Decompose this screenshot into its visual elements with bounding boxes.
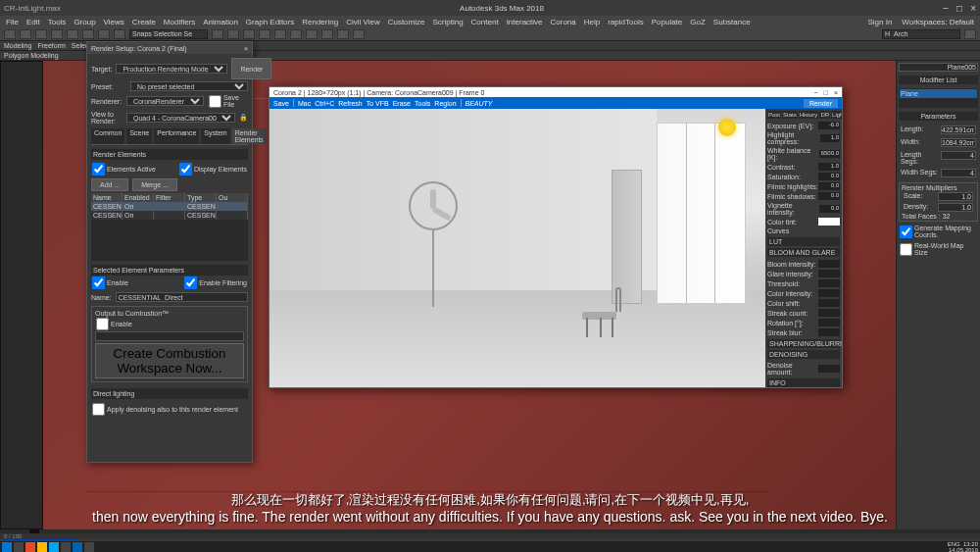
menu-modifiers[interactable]: Modifiers <box>164 18 195 26</box>
taskbar-icon[interactable] <box>61 542 71 552</box>
tab-scene[interactable]: Scene <box>126 128 152 144</box>
renderer-select[interactable]: CoronaRenderer <box>126 96 204 106</box>
scale-input[interactable] <box>938 192 973 201</box>
combustion-path-input[interactable] <box>95 331 244 341</box>
unlink-icon[interactable] <box>51 29 63 39</box>
vfb-tools-button[interactable]: Tools <box>415 100 430 107</box>
vfb-tab-lightmix[interactable]: LightMix <box>831 111 842 119</box>
scale-icon[interactable] <box>114 29 125 39</box>
color-tint-swatch[interactable] <box>818 218 840 226</box>
vfb-tab-stats[interactable]: Stats <box>782 111 798 119</box>
layer-icon[interactable] <box>290 29 302 39</box>
real-world-checkbox[interactable] <box>900 243 912 256</box>
render-icon[interactable] <box>353 29 365 39</box>
redo-icon[interactable] <box>20 29 31 39</box>
render-button[interactable]: Render <box>231 58 271 79</box>
cortana-icon[interactable] <box>14 542 24 552</box>
vfb-copy-button[interactable]: Ctrl+C <box>315 100 334 107</box>
render-setup-close-icon[interactable]: × <box>244 45 248 52</box>
filmic-hl-input[interactable]: 0.0 <box>818 182 840 190</box>
lock-view-icon[interactable]: 🔒 <box>239 114 248 122</box>
vfb-mac-button[interactable]: Mac <box>298 100 311 107</box>
table-row[interactable]: CESSENTIAL_Dir... On CESSENTIAL_... <box>91 202 248 211</box>
length-input[interactable] <box>941 125 976 134</box>
signin-button[interactable]: Sign In <box>867 18 892 26</box>
move-icon[interactable] <box>82 29 94 39</box>
stack-item-plane[interactable]: Plane <box>900 89 977 98</box>
menu-help[interactable]: Help <box>584 18 600 26</box>
preset-select[interactable]: No preset selected <box>130 81 248 91</box>
table-row[interactable]: CESSENTIAL_In... On CESSENTIAL_... <box>91 211 248 220</box>
menu-rendering[interactable]: Rendering <box>302 18 338 26</box>
add-element-button[interactable]: Add ... <box>91 178 128 191</box>
width-segs-input[interactable] <box>941 169 976 177</box>
explorer-icon[interactable] <box>37 542 47 552</box>
minimize-icon[interactable]: − <box>943 3 949 14</box>
file-tab[interactable]: CR-IntLight.max <box>4 4 61 13</box>
enable-element-checkbox[interactable] <box>92 276 105 289</box>
create-combustion-button[interactable]: Create Combustion Workspace Now... <box>95 343 244 378</box>
taskbar-icon[interactable] <box>84 542 94 552</box>
whitebalance-input[interactable]: 6500.0 <box>819 150 840 158</box>
target-select[interactable]: Production Rendering Mode <box>116 64 227 74</box>
menu-substance[interactable]: Substance <box>713 18 751 26</box>
gen-mapping-checkbox[interactable] <box>900 226 912 238</box>
menu-customize[interactable]: Customize <box>388 18 425 26</box>
menu-civilview[interactable]: Civil View <box>346 18 380 26</box>
menu-file[interactable]: File <box>6 18 19 26</box>
vfb-tovfb-button[interactable]: To VFB <box>367 100 389 107</box>
select-icon[interactable] <box>67 29 78 39</box>
contrast-input[interactable]: 1.0 <box>818 163 840 171</box>
snap-icon[interactable] <box>212 29 223 39</box>
denoise-amount-input[interactable] <box>818 365 840 373</box>
3dsmax-icon[interactable] <box>73 542 82 552</box>
vfb-close-icon[interactable]: × <box>834 89 838 96</box>
vfb-tab-post[interactable]: Post <box>767 111 781 119</box>
vfb-tab-history[interactable]: History <box>799 111 819 119</box>
mirror-icon[interactable] <box>274 29 286 39</box>
lut-section[interactable]: LUT <box>767 237 840 246</box>
width-input[interactable] <box>941 138 976 147</box>
menu-animation[interactable]: Animation <box>203 18 238 26</box>
workspaces-label[interactable]: Workspaces: Default <box>902 18 974 26</box>
curves-label[interactable]: Curves <box>767 227 789 234</box>
vfb-refresh-button[interactable]: Refresh <box>338 100 363 107</box>
vignette-input[interactable]: 0.0 <box>819 205 840 213</box>
apply-denoise-checkbox[interactable] <box>92 403 105 416</box>
saturation-input[interactable]: 0.0 <box>818 173 840 180</box>
curve-editor-icon[interactable] <box>306 29 318 39</box>
highlight-input[interactable]: 1.0 <box>820 134 840 142</box>
menu-tools[interactable]: Tools <box>48 18 67 26</box>
tab-render-elements[interactable]: Render Elements <box>232 128 267 144</box>
length-segs-input[interactable] <box>941 151 976 160</box>
undo-icon[interactable] <box>4 29 16 39</box>
render-setup-icon[interactable] <box>337 29 349 39</box>
vfb-render-image[interactable] <box>270 109 765 387</box>
streak-blur-input[interactable] <box>818 328 840 336</box>
close-icon[interactable]: × <box>970 3 976 14</box>
merge-element-button[interactable]: Merge ... <box>132 178 177 191</box>
rotation-input[interactable] <box>818 319 840 326</box>
info-section[interactable]: INFO <box>767 378 840 387</box>
menu-views[interactable]: Views <box>104 18 124 26</box>
col-enabled[interactable]: Enabled <box>122 193 154 202</box>
tab-system[interactable]: System <box>201 128 229 144</box>
edge-icon[interactable] <box>49 542 59 552</box>
modifier-list-dropdown[interactable]: Modifier List <box>899 75 978 84</box>
timeline[interactable] <box>0 529 980 533</box>
combustion-enable-checkbox[interactable] <box>96 318 109 330</box>
col-output[interactable]: Ou <box>217 193 248 202</box>
savefile-checkbox[interactable] <box>209 95 221 108</box>
vfb-maximize-icon[interactable]: □ <box>824 89 828 96</box>
object-name-input[interactable] <box>899 63 978 72</box>
link-icon[interactable] <box>35 29 47 39</box>
menu-scripting[interactable]: Scripting <box>432 18 463 26</box>
start-icon[interactable] <box>2 542 12 552</box>
menu-corona[interactable]: Corona <box>551 18 576 26</box>
render-elements-rollout[interactable]: Render Elements <box>91 149 248 160</box>
modifier-stack[interactable]: Plane <box>899 88 978 108</box>
percent-snap-icon[interactable] <box>243 29 255 39</box>
tab-freeform[interactable]: Freeform <box>37 42 65 49</box>
exposure-input[interactable]: -6.0 <box>818 122 840 129</box>
view-select[interactable]: Quad 4 - CoronaCamera00 <box>126 113 235 123</box>
